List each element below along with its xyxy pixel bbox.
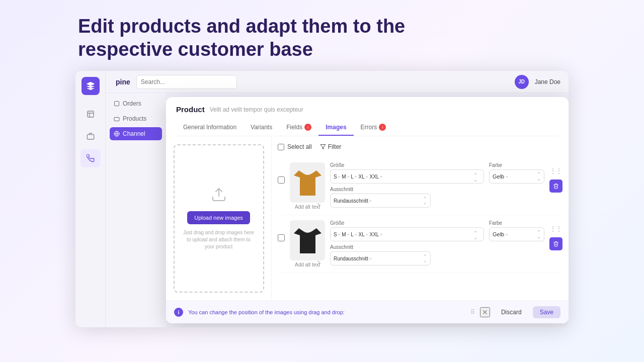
sidebar-item-products[interactable] [80, 127, 101, 145]
select-all-checkbox[interactable]: Select all [278, 143, 312, 150]
tab-fields[interactable]: Fields ! [279, 120, 318, 136]
modal-footer: i You can change the position of the ima… [166, 301, 569, 323]
page-title: Edit products and adapt them to the resp… [78, 15, 566, 61]
size-tag-XL-1: XL × [359, 174, 368, 179]
cut-tags-2[interactable]: Rundausschnitt × ⌃⌄ [330, 251, 431, 265]
field-row-cut-1: Ausschnitt Rundausschnitt × ⌃⌄ [330, 187, 544, 208]
color-select-1[interactable]: Gelb × ⌃⌄ [489, 169, 544, 184]
select-all-input[interactable] [278, 144, 284, 150]
upload-icon [211, 187, 227, 206]
modal-body: Upload new images Just drag and drop ima… [166, 136, 569, 301]
fields-badge: ! [304, 124, 311, 131]
field-group-cut-2: Ausschnitt Rundausschnitt × ⌃⌄ [330, 244, 544, 265]
sidebar-item-channel[interactable] [80, 149, 101, 167]
cut-tag-2: Rundausschnitt × [334, 256, 372, 261]
color-arrows-2: ⌃⌄ [537, 230, 541, 239]
product-checkbox-2[interactable] [278, 234, 285, 241]
modal-tabs: General Information Variants Fields ! Im… [176, 120, 558, 136]
field-row-cut-2: Ausschnitt Rundausschnitt × ⌃⌄ [330, 244, 544, 265]
svg-rect-3 [115, 102, 119, 106]
nav-logo-text: pine [116, 78, 130, 86]
upload-button[interactable]: Upload new images [187, 211, 250, 224]
color-value-1: Gelb × [493, 173, 508, 179]
action-delete-2[interactable] [549, 237, 562, 250]
card-fields-2: Größe S × M × L × XL × XXL × ⌃⌄ [330, 220, 544, 265]
filter-button[interactable]: Filter [316, 141, 346, 152]
card-actions-2: ⋮⋮ [549, 222, 562, 250]
page-header: Edit products and adapt them to the resp… [0, 0, 644, 71]
card-actions-1: ⋮⋮ [549, 164, 562, 193]
tab-general-information[interactable]: General Information [176, 120, 244, 136]
size-label-2: Größe [330, 220, 484, 226]
size-tag-S-2: S × [334, 232, 340, 237]
field-group-size-2: Größe S × M × L × XL × XXL × ⌃⌄ [330, 220, 484, 241]
cut-tags-1[interactable]: Rundausschnitt × ⌃⌄ [330, 194, 431, 208]
color-label-2: Farbe [489, 220, 544, 226]
search-input[interactable] [136, 75, 237, 89]
topnav: pine JD Jane Doe [106, 71, 569, 93]
action-dots-2[interactable]: ⋮⋮ [549, 222, 562, 235]
main-content: Product Velit ad velit tempor quis excep… [166, 93, 569, 327]
size-add-2[interactable]: ⌃⌄ [473, 231, 480, 238]
color-value-2: Gelb × [493, 231, 508, 237]
footer-close-button[interactable]: ✕ [480, 307, 490, 317]
modal-subtitle: Velit ad velit tempor quis excepteur [210, 106, 303, 113]
card-fields-1: Größe S × M × L × XL × XXL × ⌃⌄ [330, 162, 544, 208]
left-nav-products[interactable]: Products [110, 112, 162, 125]
field-row-size-color-1: Größe S × M × L × XL × XXL × ⌃⌄ [330, 162, 544, 184]
cut-label-1: Ausschnitt [330, 187, 544, 192]
action-dots-1[interactable]: ⋮⋮ [549, 164, 562, 177]
size-tag-M-2: M × [342, 232, 349, 237]
nav-avatar: JD [515, 75, 529, 89]
app-container: pine JD Jane Doe Orders Products Channel… [75, 71, 569, 327]
footer-info-text: You can change the position of the image… [188, 309, 465, 315]
left-nav-orders[interactable]: Orders [110, 97, 162, 110]
sidebar-logo [82, 77, 100, 95]
drag-icon: ⠿ [470, 309, 475, 316]
modal-title-row: Product Velit ad velit tempor quis excep… [176, 105, 558, 114]
size-tag-S-1: S × [334, 174, 340, 179]
size-tag-XL-2: XL × [359, 232, 368, 237]
errors-badge: ! [379, 124, 386, 131]
color-select-2[interactable]: Gelb × ⌃⌄ [489, 227, 544, 241]
size-tag-XXL-1: XXL × [370, 174, 383, 179]
field-row-size-color-2: Größe S × M × L × XL × XXL × ⌃⌄ [330, 220, 544, 241]
tab-images[interactable]: Images [318, 120, 353, 136]
product-image-2 [290, 220, 325, 260]
product-modal: Product Velit ad velit tempor quis excep… [166, 97, 569, 323]
cut-arrows-2: ⌃⌄ [423, 254, 427, 262]
color-label-1: Farbe [489, 162, 544, 168]
sidebar-item-orders[interactable] [80, 105, 101, 123]
product-checkbox-1[interactable] [278, 176, 285, 184]
product-image-wrap-2: ⤡ Add alt text [290, 220, 325, 267]
svg-marker-6 [320, 145, 326, 149]
modal-title: Product [176, 105, 205, 114]
upload-dropzone[interactable]: Upload new images Just drag and drop ima… [174, 144, 264, 293]
product-card-2: ⤡ Add alt text Größe S × M × [278, 215, 562, 273]
cut-arrows-1: ⌃⌄ [423, 197, 427, 205]
cut-tag-1: Rundausschnitt × [334, 198, 372, 204]
cut-label-2: Ausschnitt [330, 244, 544, 250]
size-add-1[interactable]: ⌃⌄ [473, 173, 480, 180]
size-tags-1[interactable]: S × M × L × XL × XXL × ⌃⌄ [330, 169, 484, 184]
action-delete-1[interactable] [549, 179, 562, 193]
color-arrows-1: ⌃⌄ [537, 172, 541, 181]
images-list: Select all Filter [272, 136, 569, 301]
discard-button[interactable]: Discard [495, 306, 528, 318]
tab-variants[interactable]: Variants [244, 120, 279, 136]
size-tag-M-1: M × [342, 174, 349, 179]
images-toolbar: Select all Filter [278, 141, 562, 152]
size-tags-2[interactable]: S × M × L × XL × XXL × ⌃⌄ [330, 227, 484, 241]
sidebar [75, 71, 106, 327]
left-nav-channel[interactable]: Channel [110, 127, 162, 140]
save-button[interactable]: Save [533, 306, 560, 318]
product-image-1 [290, 162, 325, 203]
size-tag-L-2: L × [351, 232, 357, 237]
tab-errors[interactable]: Errors ! [354, 120, 393, 136]
field-group-color-1: Farbe Gelb × ⌃⌄ [489, 162, 544, 184]
product-card: ⤡ Add alt text Größe S × M × [278, 157, 562, 215]
svg-rect-0 [88, 111, 94, 117]
upload-hint: Just drag and drop images here to upload… [183, 229, 255, 250]
size-tag-L-1: L × [351, 174, 357, 179]
info-icon: i [174, 308, 183, 317]
